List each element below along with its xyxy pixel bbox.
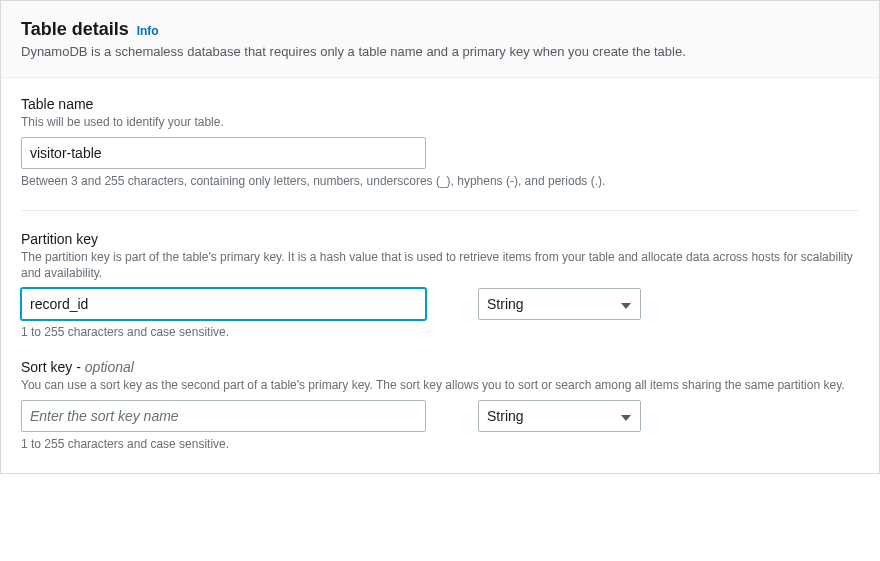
info-link[interactable]: Info (137, 24, 159, 38)
table-details-panel: Table details Info DynamoDB is a schemal… (0, 0, 880, 474)
table-name-field: Table name This will be used to identify… (21, 96, 859, 190)
page-title: Table details (21, 19, 129, 40)
partition-key-label: Partition key (21, 231, 859, 247)
partition-key-type-select[interactable]: String (478, 288, 641, 320)
table-name-description: This will be used to identify your table… (21, 114, 859, 131)
sort-key-input[interactable] (21, 400, 426, 432)
sort-key-label: Sort key - optional (21, 359, 859, 375)
panel-header: Table details Info DynamoDB is a schemal… (1, 1, 879, 78)
sort-key-description: You can use a sort key as the second par… (21, 377, 859, 394)
sort-key-field: Sort key - optional You can use a sort k… (21, 359, 859, 453)
sort-key-type-select[interactable]: String (478, 400, 641, 432)
panel-content: Table name This will be used to identify… (1, 78, 879, 473)
optional-tag: optional (85, 359, 134, 375)
partition-key-field: Partition key The partition key is part … (21, 231, 859, 341)
partition-key-hint: 1 to 255 characters and case sensitive. (21, 324, 621, 341)
partition-key-input[interactable] (21, 288, 426, 320)
page-subtitle: DynamoDB is a schemaless database that r… (21, 44, 859, 59)
divider (21, 210, 859, 211)
table-name-label: Table name (21, 96, 859, 112)
sort-key-hint: 1 to 255 characters and case sensitive. (21, 436, 621, 453)
table-name-input[interactable] (21, 137, 426, 169)
partition-key-description: The partition key is part of the table's… (21, 249, 859, 283)
table-name-hint: Between 3 and 255 characters, containing… (21, 173, 621, 190)
